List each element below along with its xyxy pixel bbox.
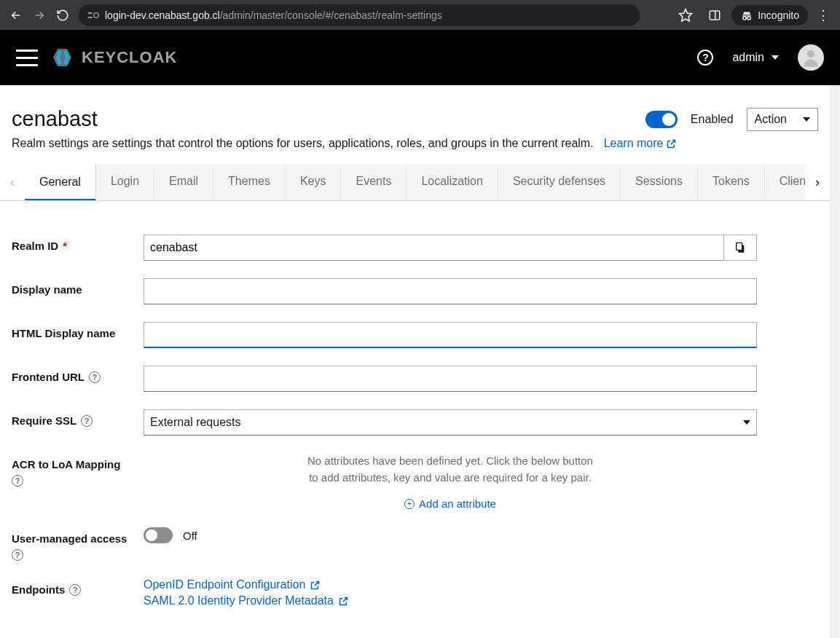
arrow-right-icon (33, 9, 46, 22)
tab-localization[interactable]: Localization (407, 165, 498, 200)
copy-icon (734, 241, 746, 254)
tab-events[interactable]: Events (341, 165, 407, 200)
tab-client-policies[interactable]: Client policies (765, 165, 805, 200)
endpoints-label: Endpoints (12, 583, 65, 596)
svg-rect-12 (737, 243, 742, 250)
svg-point-10 (807, 50, 815, 58)
arrow-left-icon (9, 9, 23, 22)
panel-button[interactable] (702, 3, 727, 28)
copy-realm-id-button[interactable] (723, 235, 757, 261)
svg-point-5 (743, 16, 747, 20)
uma-off-label: Off (183, 529, 197, 542)
tab-email[interactable]: Email (154, 165, 213, 200)
chrome-menu-button[interactable]: ⋮ (812, 7, 834, 23)
realm-settings-form: Realm ID * Display name HTML Display nam… (0, 201, 830, 616)
page-description: Realm settings are settings that control… (12, 137, 594, 150)
tab-login[interactable]: Login (96, 165, 154, 200)
display-name-input[interactable] (144, 278, 757, 304)
tab-sessions[interactable]: Sessions (621, 165, 698, 200)
external-link-icon (666, 138, 677, 149)
external-link-icon (338, 596, 349, 607)
username-label: admin (732, 51, 764, 64)
uma-label: User-managed access (12, 532, 127, 545)
enabled-label: Enabled (691, 113, 734, 126)
star-icon (678, 8, 693, 23)
keycloak-logo[interactable]: KEYCLOAK (51, 47, 177, 68)
incognito-icon (740, 9, 753, 22)
help-icon[interactable]: ? (81, 415, 93, 427)
uma-toggle[interactable] (144, 527, 173, 543)
learn-more-link[interactable]: Learn more (604, 137, 678, 150)
url-text: login-dev.cenabast.gob.cl/admin/master/c… (105, 9, 442, 21)
question-icon: ? (702, 52, 709, 63)
tab-general[interactable]: General (25, 165, 96, 200)
svg-point-2 (94, 12, 99, 17)
help-icon[interactable]: ? (12, 475, 23, 487)
frontend-url-input[interactable] (144, 366, 757, 392)
action-dropdown[interactable]: Action (747, 108, 818, 131)
app-header: KEYCLOAK ? admin (0, 30, 840, 85)
caret-down-icon (803, 117, 810, 122)
enabled-toggle[interactable] (645, 111, 678, 128)
avatar[interactable] (798, 44, 824, 71)
html-display-name-label: HTML Display name (12, 327, 115, 339)
require-ssl-label: Require SSL (12, 414, 76, 427)
keycloak-logo-text: KEYCLOAK (82, 48, 177, 67)
saml-endpoint-link[interactable]: SAML 2.0 Identity Provider Metadata (144, 594, 349, 607)
tab-keys[interactable]: Keys (286, 165, 342, 200)
nav-back-button[interactable] (6, 5, 26, 25)
site-info-icon (87, 9, 99, 21)
hamburger-icon (16, 50, 38, 52)
user-menu[interactable]: admin (732, 51, 779, 64)
acr-empty-message: No attributes have been defined yet. Cli… (305, 453, 596, 486)
tab-themes[interactable]: Themes (213, 165, 286, 200)
require-ssl-select[interactable]: External requests (144, 409, 757, 436)
kebab-icon: ⋮ (817, 8, 830, 23)
tabs-scroll-right[interactable]: › (805, 165, 830, 200)
tabs: ‹ General Login Email Themes Keys Events… (0, 165, 830, 201)
incognito-indicator[interactable]: Incognito (731, 5, 808, 25)
external-link-icon (310, 580, 321, 591)
keycloak-logo-mark-icon (51, 47, 79, 68)
panel-icon (708, 9, 721, 22)
caret-down-icon (772, 55, 779, 60)
realm-id-label: Realm ID (12, 240, 58, 252)
caret-down-icon (743, 420, 750, 425)
incognito-label: Incognito (758, 9, 799, 21)
reload-icon (56, 9, 69, 22)
svg-rect-0 (88, 12, 93, 14)
nav-reload-button[interactable] (52, 5, 73, 25)
page-title: cenabast (12, 107, 98, 131)
svg-point-6 (747, 16, 751, 20)
realm-id-input[interactable] (144, 235, 723, 261)
chevron-right-icon: › (815, 175, 820, 190)
display-name-label: Display name (12, 283, 82, 296)
tab-security-defenses[interactable]: Security defenses (498, 165, 621, 200)
avatar-icon (800, 47, 822, 68)
menu-toggle-button[interactable] (16, 47, 38, 68)
nav-forward-button[interactable] (29, 5, 50, 25)
svg-rect-1 (88, 17, 93, 18)
action-label: Action (755, 113, 787, 126)
acr-loa-label: ACR to LoA Mapping (12, 458, 120, 470)
help-icon[interactable]: ? (12, 549, 23, 561)
bookmark-button[interactable] (673, 3, 698, 28)
page-body: cenabast Enabled Action Realm settings a… (0, 85, 840, 638)
chevron-left-icon: ‹ (10, 175, 15, 190)
help-icon[interactable]: ? (89, 371, 101, 383)
required-marker: * (63, 240, 67, 252)
browser-chrome: login-dev.cenabast.gob.cl/admin/master/c… (0, 0, 840, 30)
tabs-scroll-left[interactable]: ‹ (0, 165, 25, 200)
require-ssl-value: External requests (150, 416, 241, 429)
plus-circle-icon: + (404, 499, 415, 509)
url-bar[interactable]: login-dev.cenabast.gob.cl/admin/master/c… (79, 4, 640, 26)
help-icon[interactable]: ? (69, 584, 81, 596)
add-attribute-link[interactable]: + Add an attribute (404, 497, 496, 510)
help-button[interactable]: ? (697, 50, 713, 66)
frontend-url-label: Frontend URL (12, 371, 85, 383)
openid-endpoint-link[interactable]: OpenID Endpoint Configuration (144, 578, 321, 591)
tab-tokens[interactable]: Tokens (698, 165, 765, 200)
html-display-name-input[interactable] (144, 322, 757, 348)
